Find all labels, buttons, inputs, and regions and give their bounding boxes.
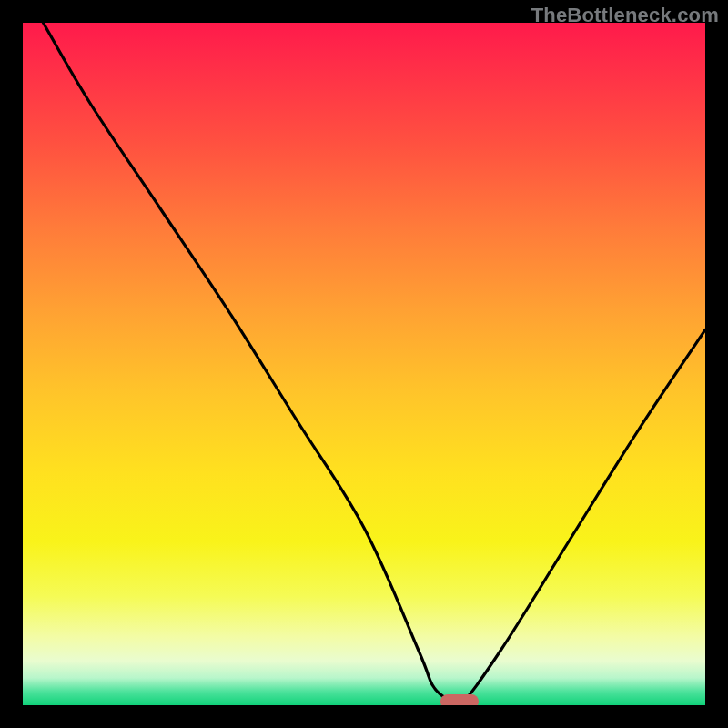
bottleneck-curve (23, 23, 705, 705)
optimum-marker (440, 694, 479, 705)
plot-area (23, 23, 705, 705)
chart-frame: TheBottleneck.com (0, 0, 728, 728)
attribution-label: TheBottleneck.com (531, 4, 719, 27)
